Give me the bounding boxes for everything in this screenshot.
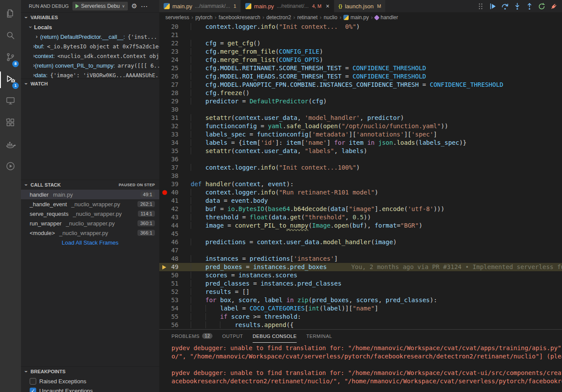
code-line[interactable]: setattr(context.user_data, 'model_handle… — [178, 114, 404, 122]
line-number[interactable]: 29 — [171, 97, 178, 106]
gutter-glyph-margin[interactable] — [159, 81, 171, 89]
line-number[interactable]: 34 — [171, 139, 178, 147]
step-into-icon[interactable] — [514, 3, 521, 10]
breakpoint-row[interactable]: Raised Exceptions — [21, 376, 159, 386]
load-all-stack-frames-link[interactable]: Load All Stack Frames — [21, 238, 159, 247]
line-number[interactable]: 54 — [171, 304, 178, 313]
gutter-glyph-margin[interactable] — [159, 122, 171, 130]
callstack-frame[interactable]: _handle_event_nuclio_wrapper.py262:1 — [21, 199, 159, 209]
line-number[interactable]: 21 — [171, 31, 178, 39]
panel-tab-debug-console[interactable]: DEBUG CONSOLE — [253, 330, 297, 343]
line-number[interactable]: 26 — [171, 72, 178, 81]
line-number[interactable]: 48 — [171, 255, 178, 263]
line-number[interactable]: 45 — [171, 230, 178, 238]
code-line[interactable]: context.logger.info("Init context...100%… — [178, 164, 360, 172]
code-editor[interactable]: 20 context.logger.info("Init context... … — [159, 23, 562, 329]
code-line[interactable]: results.append({ — [178, 321, 294, 329]
code-line[interactable]: context.logger.info("Init context... 0%"… — [178, 23, 360, 31]
callstack-frame[interactable]: handlermain.py49:1 — [21, 190, 159, 199]
gutter-glyph-margin[interactable] — [159, 288, 171, 296]
breakpoints-section-header[interactable]: › BREAKPOINTS — [21, 367, 159, 376]
activity-remote-explorer-icon[interactable] — [0, 91, 21, 112]
line-number[interactable]: 44 — [171, 222, 178, 230]
code-line[interactable]: pred_boxes = instances.pred_boxesYou, 2 … — [178, 263, 562, 271]
line-number[interactable]: 50 — [171, 271, 178, 280]
checkbox-unchecked[interactable] — [30, 378, 36, 385]
gutter-glyph-margin[interactable] — [159, 238, 171, 246]
line-number[interactable]: 43 — [171, 213, 178, 222]
breadcrumb-item[interactable]: serverless — [165, 14, 189, 20]
line-number[interactable]: 20 — [171, 23, 178, 31]
code-line[interactable]: cfg = get_cfg() — [178, 39, 260, 48]
breadcrumb-item[interactable]: pytorch — [195, 14, 212, 20]
breakpoint-row[interactable]: ✓Uncaught Exceptions — [21, 386, 159, 392]
code-line[interactable]: image = convert_PIL_to_numpy(Image.open(… — [178, 222, 422, 230]
scope-locals[interactable]: › Locals — [21, 22, 159, 32]
line-number[interactable]: 53 — [171, 296, 178, 304]
code-line[interactable]: context.logger.info("Run retinanet-R101 … — [178, 188, 378, 197]
panel-tab-output[interactable]: OUTPUT — [222, 330, 243, 343]
line-number[interactable]: 28 — [171, 89, 178, 97]
activity-run-and-debug-icon[interactable]: 1 — [0, 69, 21, 91]
code-line[interactable]: predictor = DefaultPredictor(cfg) — [178, 97, 327, 106]
gutter-glyph-margin[interactable] — [159, 56, 171, 64]
line-number[interactable]: 51 — [171, 280, 178, 288]
tab-main.py[interactable]: main.py.../siammask/...1 — [159, 0, 241, 12]
activity-docker-icon[interactable] — [0, 134, 21, 156]
code-line[interactable]: cfg.MODEL.RETINANET.SCORE_THRESH_TEST = … — [178, 64, 426, 72]
restart-icon[interactable] — [538, 3, 545, 10]
line-number[interactable]: 24 — [171, 56, 178, 64]
line-number[interactable]: 47 — [171, 246, 178, 255]
gear-icon[interactable]: ⚙ — [131, 2, 137, 10]
gutter-glyph-margin[interactable] — [159, 147, 171, 155]
code-line[interactable]: cfg.merge_from_list(CONFIG_OPTS) — [178, 56, 323, 64]
line-number[interactable]: 27 — [171, 81, 178, 89]
line-number[interactable]: 33 — [171, 130, 178, 139]
callstack-frame[interactable]: <module>_nuclio_wrapper.py366:1 — [21, 228, 159, 238]
gutter-glyph-margin[interactable] — [159, 72, 171, 81]
close-icon[interactable]: × — [326, 3, 329, 10]
gutter-glyph-margin[interactable] — [159, 23, 171, 31]
chevron-right-icon[interactable]: › — [33, 34, 40, 40]
line-number[interactable]: 25 — [171, 64, 178, 72]
code-line[interactable]: cfg.freeze() — [178, 89, 250, 97]
code-line[interactable]: instances = predictions['instances'] — [178, 255, 338, 263]
gutter-glyph-margin[interactable] — [159, 139, 171, 147]
step-over-icon[interactable] — [501, 3, 509, 10]
gutter-glyph-margin[interactable] — [159, 31, 171, 39]
gutter-glyph-margin[interactable] — [159, 222, 171, 230]
gutter-glyph-margin[interactable] — [159, 89, 171, 97]
tab-main.py[interactable]: main.py.../retinanet/...4, M× — [241, 0, 334, 12]
line-number[interactable]: 36 — [171, 155, 178, 164]
gutter-glyph-margin[interactable] — [159, 246, 171, 255]
line-number[interactable]: 22 — [171, 39, 178, 48]
gutter-glyph-margin[interactable] — [159, 180, 171, 188]
code-line[interactable]: predictions = context.user_data.model_ha… — [178, 238, 397, 246]
gutter-glyph-margin[interactable] — [159, 197, 171, 205]
gutter-glyph-margin[interactable] — [159, 304, 171, 313]
breakpoint-dot[interactable] — [162, 190, 167, 195]
gutter-glyph-margin[interactable] — [159, 188, 171, 197]
gutter-glyph-margin[interactable] — [159, 213, 171, 222]
line-number[interactable]: 52 — [171, 288, 178, 296]
code-line[interactable]: cfg.MODEL.PANOPTIC_FPN.COMBINE.INSTANCES… — [178, 81, 504, 89]
gutter-glyph-margin[interactable] — [159, 155, 171, 164]
gutter-glyph-margin[interactable] — [159, 321, 171, 329]
code-line[interactable] — [178, 106, 191, 114]
panel-tab-terminal[interactable]: TERMINAL — [306, 330, 332, 343]
step-out-icon[interactable] — [526, 3, 533, 10]
code-line[interactable]: if score >= threshold: — [178, 313, 301, 321]
gutter-glyph-margin[interactable] — [159, 271, 171, 280]
breadcrumb-item[interactable]: main.py — [343, 14, 369, 20]
code-line[interactable]: threshold = float(data.get("threshold", … — [178, 213, 371, 222]
code-line[interactable]: functionconfig = yaml.safe_load(open("/o… — [178, 122, 448, 130]
line-number[interactable]: 39 — [171, 180, 178, 188]
code-line[interactable] — [178, 172, 191, 180]
line-number[interactable]: 55 — [171, 313, 178, 321]
code-line[interactable] — [178, 230, 191, 238]
gutter-glyph-margin[interactable] — [159, 172, 171, 180]
code-line[interactable]: results = [] — [178, 288, 250, 296]
callstack-frame[interactable]: run_wrapper_nuclio_wrapper.py360:1 — [21, 218, 159, 228]
start-debug-icon[interactable] — [75, 4, 79, 8]
gutter-glyph-margin[interactable] — [159, 280, 171, 288]
